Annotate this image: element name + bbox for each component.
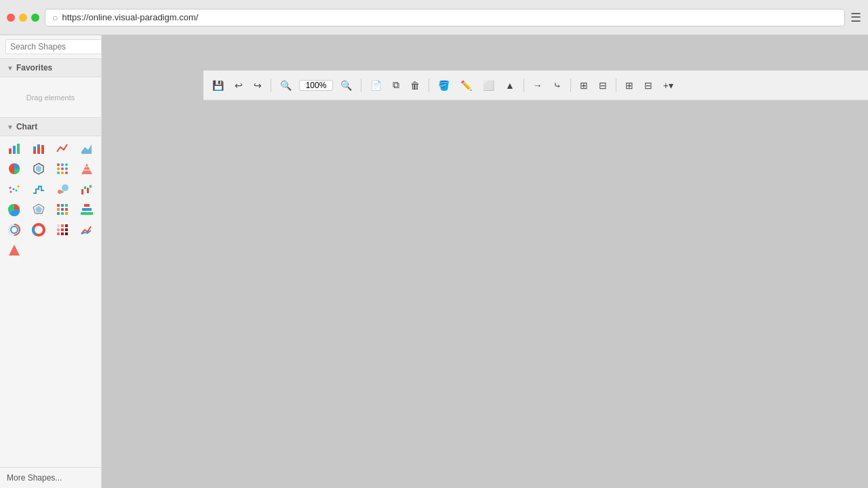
maximize-button[interactable] [31, 14, 39, 22]
separator-2 [361, 79, 361, 92]
address-bar[interactable]: ○ https://online.visual-paradigm.com/ [45, 9, 845, 26]
separator-3 [429, 79, 429, 92]
more-shapes-button[interactable]: More Shapes... [0, 467, 101, 488]
url-text: https://online.visual-paradigm.com/ [62, 12, 198, 22]
sidebar-item-favorites[interactable]: ▼ Favorites [0, 59, 101, 77]
stacked-bar-chart-icon[interactable] [27, 139, 50, 158]
svg-rect-2 [17, 144, 20, 154]
chart-icons-grid [0, 136, 101, 262]
svg-rect-47 [84, 204, 90, 207]
svg-point-16 [61, 167, 64, 170]
sidebar: 🔍 ⋮ ▼ Favorites Drag elements ▼ Chart [0, 35, 102, 488]
pyramid-chart-icon[interactable] [75, 159, 98, 178]
radial-chart-icon[interactable] [3, 220, 26, 239]
svg-point-31 [61, 190, 64, 193]
align-button[interactable]: ⊟ [595, 78, 610, 93]
browser-chrome: ○ https://online.visual-paradigm.com/ ☰ [0, 0, 868, 35]
more-toolbar-button[interactable]: ▲ [502, 78, 518, 93]
svg-point-26 [15, 190, 17, 192]
svg-marker-8 [81, 144, 92, 154]
dot-matrix-icon[interactable] [52, 159, 75, 178]
svg-rect-42 [61, 208, 64, 211]
zoom-in-button[interactable]: 🔍 [337, 78, 355, 93]
add-button[interactable]: +▾ [660, 78, 677, 93]
multilevel-chart-icon[interactable] [75, 200, 98, 219]
svg-rect-63 [65, 232, 68, 235]
svg-point-15 [57, 167, 60, 170]
line-chart-icon[interactable] [52, 139, 75, 158]
separator-6 [616, 79, 616, 92]
svg-rect-58 [57, 228, 60, 231]
svg-rect-39 [61, 204, 64, 207]
cone-chart-icon[interactable] [3, 241, 26, 260]
waterfall-chart-icon[interactable] [75, 180, 98, 199]
toolbar: 💾 ↩ ↪ 🔍 🔍 📄 ⧉ 🗑 🪣 ✏️ ⬜ ▲ → ⤷ ⊞ ⊟ ⊞ ⊟ [203, 70, 868, 100]
heatmap-icon[interactable] [52, 220, 75, 239]
svg-marker-64 [9, 245, 20, 256]
delete-button[interactable]: 🗑 [407, 78, 423, 93]
chevron-down-icon: ▼ [7, 64, 14, 72]
svg-point-27 [17, 186, 19, 188]
svg-rect-59 [61, 228, 64, 231]
duplicate-button[interactable]: ⧉ [389, 77, 403, 93]
svg-marker-21 [81, 163, 92, 174]
app-area: 🔍 ⋮ ▼ Favorites Drag elements ▼ Chart [0, 35, 868, 488]
minimize-button[interactable] [19, 14, 27, 22]
redo-button[interactable]: ↪ [250, 78, 265, 93]
step-line-icon[interactable] [27, 180, 50, 199]
scatter-chart-icon[interactable] [3, 180, 26, 199]
svg-point-30 [62, 184, 68, 191]
pie-chart-icon[interactable] [3, 159, 26, 178]
grid-chart-icon[interactable] [52, 200, 75, 219]
panel-button[interactable]: ⊟ [641, 78, 656, 93]
svg-rect-40 [65, 204, 68, 207]
close-button[interactable] [7, 14, 15, 22]
stroke-button[interactable]: ✏️ [457, 78, 475, 93]
svg-rect-33 [84, 186, 86, 189]
donut-chart-icon[interactable] [27, 220, 50, 239]
svg-point-12 [57, 163, 60, 166]
trend-chart-icon[interactable] [75, 220, 98, 239]
menu-icon[interactable]: ☰ [850, 10, 861, 25]
sidebar-item-chart[interactable]: ▼ Chart [0, 118, 101, 136]
svg-rect-35 [90, 185, 92, 188]
svg-point-13 [61, 163, 64, 166]
svg-rect-45 [61, 212, 64, 215]
svg-rect-46 [65, 212, 68, 215]
svg-point-17 [65, 167, 68, 170]
chevron-down-icon-chart: ▼ [7, 123, 14, 131]
search-input[interactable] [5, 39, 102, 54]
hex-chart-icon[interactable] [27, 159, 50, 178]
connector-button[interactable]: → [530, 78, 546, 93]
svg-rect-3 [33, 150, 36, 154]
svg-rect-55 [57, 224, 60, 227]
bubble-chart-icon[interactable] [52, 180, 75, 199]
separator-5 [570, 79, 571, 92]
save-button[interactable]: 💾 [209, 78, 227, 93]
svg-point-52 [11, 226, 18, 233]
area-chart-icon[interactable] [75, 139, 98, 158]
svg-rect-61 [57, 232, 60, 235]
svg-point-14 [65, 163, 68, 166]
svg-point-25 [12, 188, 14, 190]
filled-pie-icon[interactable] [3, 200, 26, 219]
separator-4 [524, 79, 524, 92]
svg-rect-43 [65, 208, 68, 211]
svg-rect-0 [9, 148, 12, 154]
drag-elements-text: Drag elements [26, 94, 75, 102]
svg-rect-56 [61, 224, 64, 227]
waypoint-button[interactable]: ⤷ [550, 78, 565, 93]
page-button[interactable]: 📄 [367, 78, 385, 93]
bar-chart-icon[interactable] [3, 139, 26, 158]
fill-button[interactable]: 🪣 [435, 78, 453, 93]
globe-icon: ○ [52, 12, 58, 23]
zoom-input[interactable] [299, 80, 333, 91]
arrange-button[interactable]: ⊞ [576, 78, 591, 93]
zoom-out-button[interactable]: 🔍 [277, 78, 295, 93]
svg-rect-44 [57, 212, 60, 215]
table-view-button[interactable]: ⊞ [622, 78, 637, 93]
undo-button[interactable]: ↩ [231, 78, 246, 93]
spider-chart-icon[interactable] [27, 200, 50, 219]
svg-rect-34 [87, 188, 89, 193]
shape-button[interactable]: ⬜ [479, 78, 498, 93]
